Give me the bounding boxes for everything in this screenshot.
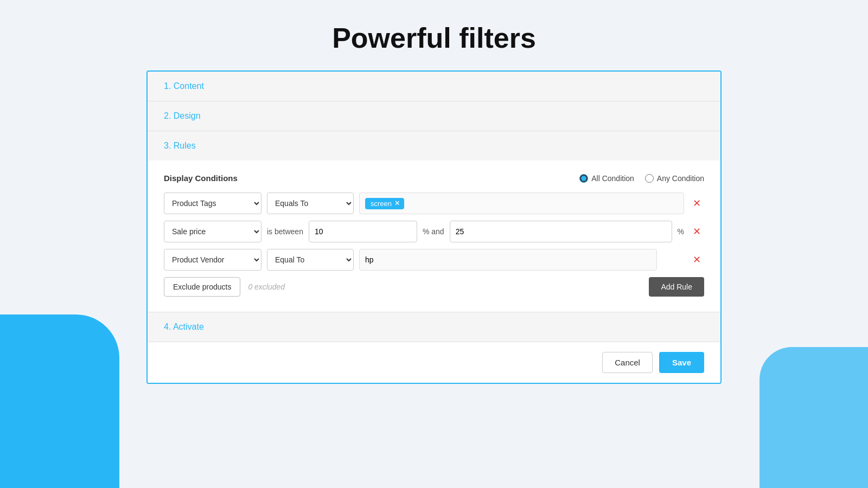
rule3-delete-button[interactable]: ✕ — [690, 252, 704, 268]
rule2-min-value-input[interactable] — [309, 221, 417, 242]
activate-label: 4. Activate — [164, 322, 204, 331]
rule1-tag-pill: screen ✕ — [365, 198, 404, 209]
rules-section: 3. Rules Display Conditions All Conditio… — [148, 131, 720, 312]
design-label: 2. Design — [164, 111, 201, 120]
page-wrapper: Powerful filters 1. Content 2. Design 3.… — [0, 0, 868, 384]
rule3-operator-select[interactable]: Equal To Not Equal To Contains Not Conta… — [267, 249, 354, 271]
card-footer: Cancel Save — [148, 342, 720, 383]
all-condition-radio-label[interactable]: All Condition — [579, 174, 634, 183]
rules-label: 3. Rules — [164, 141, 196, 150]
rule1-tag-close[interactable]: ✕ — [394, 200, 400, 207]
rule1-delete-button[interactable]: ✕ — [690, 195, 704, 211]
conditions-title: Display Conditions — [164, 174, 238, 183]
rule-row-1: Product Tags Sale price Product Vendor P… — [164, 192, 704, 214]
any-condition-radio[interactable] — [645, 174, 654, 183]
main-card: 1. Content 2. Design 3. Rules Display Co… — [146, 70, 722, 384]
rule1-value-area[interactable]: screen ✕ — [359, 192, 684, 214]
rule1-tag-text: screen — [371, 200, 392, 208]
cancel-button[interactable]: Cancel — [602, 352, 653, 373]
design-section[interactable]: 2. Design — [148, 101, 720, 131]
rules-footer: Exclude products 0 excluded Add Rule — [164, 277, 704, 297]
rule1-field-type-select[interactable]: Product Tags Sale price Product Vendor P… — [164, 192, 261, 214]
condition-radios: All Condition Any Condition — [579, 174, 704, 183]
rule1-operator-select[interactable]: Equals To Not Equals To Contains Not Con… — [267, 192, 354, 214]
rule2-field-type-select[interactable]: Sale price Product Tags Product Vendor P… — [164, 221, 261, 242]
rule2-unit-label: % — [678, 227, 684, 236]
rule3-field-type-select[interactable]: Product Vendor Product Tags Sale price P… — [164, 249, 261, 271]
conditions-header: Display Conditions All Condition Any Con… — [164, 174, 704, 183]
exclude-left: Exclude products 0 excluded — [164, 277, 285, 297]
rule3-text-input[interactable] — [359, 249, 657, 271]
excluded-count: 0 excluded — [248, 282, 285, 291]
content-label: 1. Content — [164, 81, 204, 91]
exclude-products-button[interactable]: Exclude products — [164, 277, 240, 297]
rule2-and-label: % and — [423, 227, 444, 236]
content-section[interactable]: 1. Content — [148, 72, 720, 101]
add-rule-button[interactable]: Add Rule — [649, 277, 704, 297]
rules-body: Display Conditions All Condition Any Con… — [148, 160, 720, 312]
rules-header[interactable]: 3. Rules — [148, 131, 720, 160]
rule-row-2: Sale price Product Tags Product Vendor P… — [164, 221, 704, 242]
rule2-operator-text: is between — [267, 227, 303, 236]
any-condition-radio-label[interactable]: Any Condition — [645, 174, 704, 183]
page-title: Powerful filters — [332, 22, 536, 54]
activate-section[interactable]: 4. Activate — [148, 312, 720, 342]
save-button[interactable]: Save — [659, 352, 704, 373]
rule2-delete-button[interactable]: ✕ — [690, 223, 704, 240]
rule-row-3: Product Vendor Product Tags Sale price P… — [164, 249, 704, 271]
any-condition-text: Any Condition — [657, 174, 704, 183]
all-condition-text: All Condition — [591, 174, 634, 183]
all-condition-radio[interactable] — [579, 174, 588, 183]
rule2-max-value-input[interactable] — [450, 221, 672, 242]
